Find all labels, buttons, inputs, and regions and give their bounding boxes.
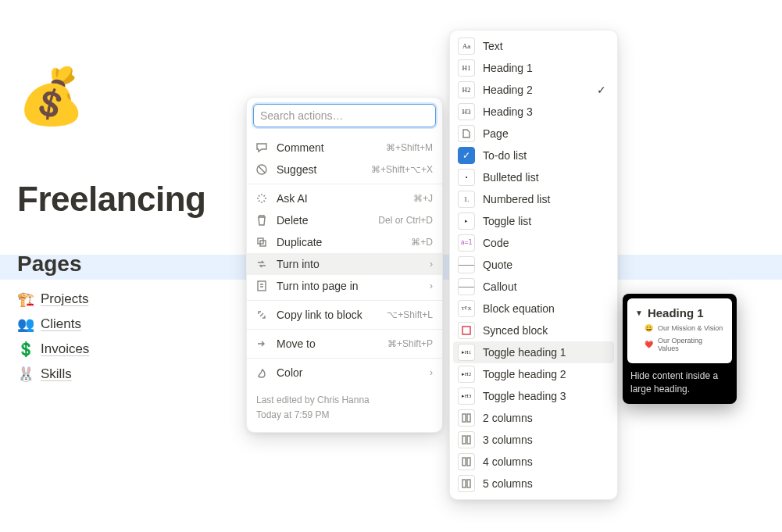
action-search-input[interactable] <box>253 104 436 127</box>
svg-rect-7 <box>462 436 466 444</box>
turn-into-submenu: AaTextH1Heading 1H2Heading 2✓H3Heading 3… <box>449 30 618 500</box>
block-type-icon: H1 <box>458 59 475 77</box>
last-edited-by: Last edited by Chris Hanna <box>256 393 433 408</box>
block-type-icon: • <box>458 169 475 186</box>
tooltip-preview-title: Heading 1 <box>648 306 704 320</box>
turn-into-label: Toggle heading 3 <box>483 390 606 402</box>
turn-into-bulleted-list[interactable]: •Bulleted list <box>453 166 614 188</box>
turninto-icon <box>255 257 269 271</box>
menu-item-label: Turn into <box>277 258 422 270</box>
chevron-right-icon: › <box>430 259 433 270</box>
turn-into-block-equation[interactable]: TEXBlock equation <box>453 298 614 320</box>
menu-item-color[interactable]: Color› <box>247 362 442 384</box>
tooltip-description: Hide content inside a large heading. <box>627 370 732 399</box>
turn-into-to-do-list[interactable]: ✓To-do list <box>453 145 614 166</box>
svg-rect-8 <box>467 436 470 444</box>
page-link-icon: 💲 <box>17 341 33 358</box>
menu-item-suggest[interactable]: Suggest⌘+Shift+⌥+X <box>247 159 442 180</box>
tex-icon: TEX <box>458 300 475 317</box>
duplicate-icon <box>255 235 269 249</box>
moveto-icon <box>255 337 269 351</box>
menu-item-copy-link-to-block[interactable]: Copy link to block⌥+Shift+L <box>247 304 442 326</box>
turn-into-label: Heading 3 <box>483 105 606 118</box>
action-search-wrap <box>247 98 442 134</box>
turn-into-label: Toggle heading 1 <box>483 346 606 359</box>
page-link[interactable]: 🏗️Projects <box>17 291 89 308</box>
svg-rect-9 <box>462 458 466 466</box>
svg-rect-3 <box>258 281 266 291</box>
color-icon <box>255 366 269 380</box>
tooltip-preview: ▼ Heading 1 😀Our Mission & Vision❤️Our O… <box>627 298 732 363</box>
turn-into-label: Toggle heading 2 <box>483 368 606 380</box>
menu-footer: Last edited by Chris Hanna Today at 7:59… <box>247 387 442 432</box>
turn-into-text[interactable]: AaText <box>453 35 614 57</box>
turn-into-toggle-list[interactable]: ▸Toggle list <box>453 210 614 232</box>
turn-into-heading-3[interactable]: H3Heading 3 <box>453 101 614 123</box>
turn-into-heading-2[interactable]: H2Heading 2✓ <box>453 79 614 101</box>
svg-rect-5 <box>462 414 466 422</box>
block-type-icon: H3 <box>458 103 475 120</box>
turn-into-toggle-heading-2[interactable]: ▸H2Toggle heading 2 <box>453 363 614 385</box>
turn-into-toggle-heading-1[interactable]: ▸H1Toggle heading 1 <box>453 341 614 363</box>
page-title[interactable]: Freelancing <box>17 180 205 219</box>
turn-into-page[interactable]: Page <box>453 123 614 145</box>
todo-icon: ✓ <box>458 147 475 164</box>
turn-into-label: 5 columns <box>483 477 606 490</box>
turn-into-synced-block[interactable]: Synced block <box>453 320 614 341</box>
page-link-label: Skills <box>41 366 72 382</box>
trash-icon <box>255 213 269 227</box>
turn-into-heading-1[interactable]: H1Heading 1 <box>453 57 614 79</box>
turn-into-label: Page <box>483 127 606 140</box>
turn-into-label: 4 columns <box>483 455 606 468</box>
turn-into-callout[interactable]: Callout <box>453 276 614 298</box>
keyboard-shortcut: ⌘+Shift+M <box>386 142 433 153</box>
menu-item-label: Suggest <box>277 163 363 176</box>
page-icon[interactable]: 💰 <box>17 69 85 123</box>
menu-item-label: Copy link to block <box>277 309 379 321</box>
keyboard-shortcut: ⌥+Shift+L <box>387 309 433 320</box>
svg-rect-12 <box>467 480 470 487</box>
keyboard-shortcut: ⌘+Shift+⌥+X <box>371 164 433 175</box>
turn-into-3-columns[interactable]: 3 columns <box>453 429 614 451</box>
keyboard-shortcut: ⌘+D <box>411 237 433 248</box>
turn-into-label: Heading 2 <box>483 84 589 96</box>
turn-into-5-columns[interactable]: 5 columns <box>453 473 614 495</box>
svg-rect-4 <box>462 327 470 334</box>
chevron-right-icon: › <box>430 280 433 291</box>
columns-icon <box>458 453 475 470</box>
turn-into-label: To-do list <box>483 149 606 162</box>
turn-into-numbered-list[interactable]: 1.Numbered list <box>453 188 614 210</box>
toggle-heading-icon: ▸H3 <box>458 387 475 405</box>
page-link[interactable]: 🐰Skills <box>17 366 89 383</box>
page-link[interactable]: 💲Invoices <box>17 341 89 358</box>
page-link-label: Clients <box>41 316 81 332</box>
turn-into-label: Numbered list <box>483 193 606 205</box>
page-link-icon: 👥 <box>17 316 33 333</box>
turn-into-label: Code <box>483 237 606 249</box>
menu-item-move-to[interactable]: Move to⌘+Shift+P <box>247 333 442 355</box>
menu-item-turn-into-page-in[interactable]: Turn into page in› <box>247 275 442 297</box>
keyboard-shortcut: ⌘+J <box>413 193 433 204</box>
page-link-label: Projects <box>41 291 88 307</box>
turn-into-label: Block equation <box>483 302 606 315</box>
page-link-icon: 🐰 <box>17 366 33 383</box>
svg-rect-11 <box>462 480 466 487</box>
menu-item-delete[interactable]: DeleteDel or Ctrl+D <box>247 209 442 231</box>
menu-item-turn-into[interactable]: Turn into› <box>247 253 442 275</box>
toggle-heading-icon: ▸ <box>458 212 475 230</box>
turn-into-quote[interactable]: Quote <box>453 254 614 276</box>
turn-into-2-columns[interactable]: 2 columns <box>453 407 614 429</box>
pagein-icon <box>255 279 269 293</box>
page-link[interactable]: 👥Clients <box>17 316 89 333</box>
block-type-icon: Aa <box>458 37 475 55</box>
toggle-heading-icon: ▸H2 <box>458 366 475 383</box>
menu-item-ask-ai[interactable]: Ask AI⌘+J <box>247 187 442 209</box>
menu-item-label: Color <box>277 366 422 379</box>
block-type-icon: H2 <box>458 81 475 98</box>
turn-into-toggle-heading-3[interactable]: ▸H3Toggle heading 3 <box>453 385 614 407</box>
svg-rect-6 <box>467 414 470 422</box>
menu-item-duplicate[interactable]: Duplicate⌘+D <box>247 231 442 253</box>
turn-into-code[interactable]: a=1Code <box>453 232 614 254</box>
turn-into-4-columns[interactable]: 4 columns <box>453 451 614 473</box>
menu-item-comment[interactable]: Comment⌘+Shift+M <box>247 137 442 159</box>
